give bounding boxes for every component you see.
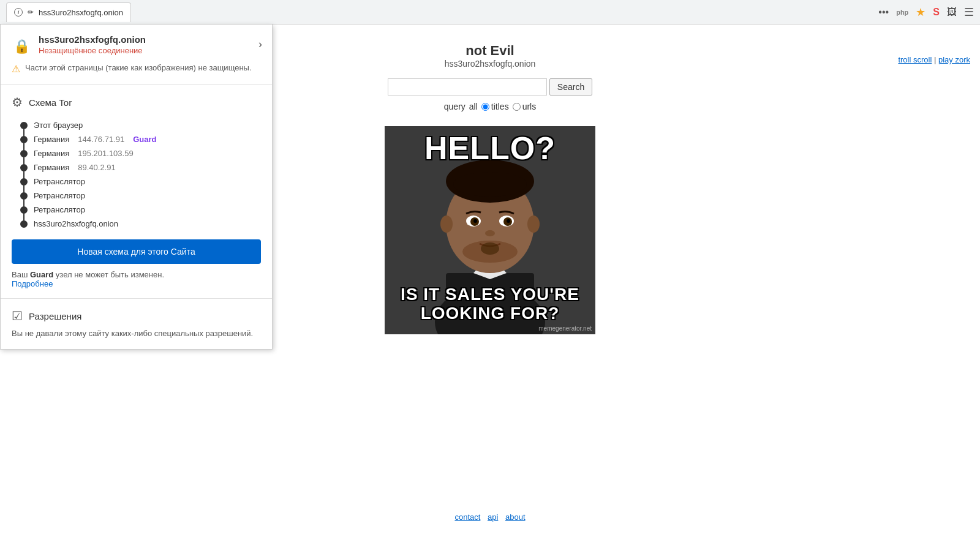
search-input[interactable] (388, 78, 547, 96)
about-link[interactable]: about (505, 512, 526, 522)
circuit-label-3: Германия (34, 163, 69, 172)
sync-icon[interactable]: S (933, 7, 940, 18)
urls-label: urls (522, 102, 537, 111)
circuit-ip-3: 89.40.2.91 (78, 163, 115, 172)
circuit-label-5: Ретранслятор (34, 191, 85, 200)
tor-section: ⚙ Схема Tor Этот браузер Германия 144.76… (1, 85, 272, 299)
svg-point-18 (527, 216, 540, 233)
site-url: hss3uro2hsxfogfq.onion (39, 34, 146, 45)
guard-note-suffix: узел не может быть изменен. (53, 270, 164, 279)
svg-point-13 (507, 219, 510, 223)
api-link[interactable]: api (488, 512, 498, 522)
titles-radio[interactable] (481, 103, 489, 111)
permissions-section: ☑ Разрешения Вы не давали этому сайту ка… (1, 299, 272, 349)
account-icon[interactable]: 🖼 (947, 7, 957, 18)
warning-icon: ⚠ (12, 63, 20, 75)
titles-label: titles (491, 102, 509, 111)
guard-note: Ваш Guard узел не может быть изменен. По… (12, 270, 261, 288)
site-info-header: 🔒 hss3uro2hsxfogfq.onion Незащищённое со… (12, 34, 261, 56)
circuit-item-3: Германия 89.40.2.91 (20, 160, 261, 174)
meme-watermark: memegenerator.net (538, 325, 592, 332)
circuit-dot-4 (20, 178, 28, 186)
circuit-item-4: Ретранслятор (20, 174, 261, 189)
circuit-item-2: Германия 195.201.103.59 (20, 146, 261, 160)
browser-chrome: i ✏ hss3uro2hsxfogfq.onion ••• php ★ S 🖼… (0, 0, 980, 24)
play-zork-link[interactable]: play zork (938, 55, 970, 64)
warning-text: Части этой страницы (такие как изображен… (25, 62, 252, 73)
permissions-icon: ☑ (12, 309, 23, 323)
tab-title: hss3uro2hsxfogfq.onion (39, 8, 123, 17)
tor-icon: ⚙ (12, 95, 23, 110)
permissions-desc: Вы не давали этому сайту каких-либо спец… (12, 328, 261, 339)
learn-more-link[interactable]: Подробнее (12, 279, 53, 288)
tor-title: Схема Tor (29, 97, 72, 108)
circuit-guard-1: Guard (133, 135, 156, 144)
more-options-btn[interactable]: ••• (878, 7, 889, 18)
circuit-ip-2: 195.201.103.59 (78, 149, 133, 158)
circuit-list: Этот браузер Германия 144.76.71.91 Guard… (20, 118, 261, 231)
circuit-item-6: Ретранслятор (20, 203, 261, 217)
footer-links: contact api about (0, 512, 980, 522)
svg-point-12 (473, 219, 477, 223)
search-button[interactable]: Search (549, 78, 592, 96)
circuit-label-0: Этот браузер (34, 121, 83, 130)
perms-header: ☑ Разрешения (12, 309, 261, 323)
search-options: query all titles urls (444, 102, 536, 111)
circuit-label-2: Германия (34, 149, 69, 158)
contact-link[interactable]: contact (454, 512, 480, 522)
circuit-dot-6 (20, 206, 28, 214)
top-right-links: troll scroll | play zork (898, 55, 970, 64)
circuit-item-0: Этот браузер (20, 118, 261, 132)
urls-option[interactable]: urls (513, 102, 537, 111)
browser-tab[interactable]: i ✏ hss3uro2hsxfogfq.onion (6, 2, 131, 22)
circuit-dot-0 (20, 122, 28, 129)
circuit-item-5: Ретранслятор (20, 189, 261, 203)
all-label: all (469, 102, 478, 111)
separator: | (934, 55, 936, 64)
circuit-label-7: hss3uro2hsxfogfq.onion (34, 219, 118, 228)
menu-icon[interactable]: ☰ (964, 6, 974, 19)
new-circuit-button[interactable]: Новая схема для этого Сайта (12, 239, 261, 264)
svg-point-7 (453, 172, 527, 197)
circuit-ip-1: 144.76.71.91 (78, 135, 124, 144)
circuit-dot-3 (20, 164, 28, 171)
lock-icon: 🔒 (13, 39, 30, 54)
permissions-title: Разрешения (29, 311, 81, 321)
circuit-label-1: Германия (34, 135, 69, 144)
circuit-item-7: hss3uro2hsxfogfq.onion (20, 217, 261, 231)
svg-point-16 (481, 242, 499, 255)
meme-top-text: HELLO? (385, 132, 595, 164)
browser-toolbar-right: ••• php ★ S 🖼 ☰ (878, 6, 974, 19)
svg-point-14 (485, 230, 495, 236)
circuit-dot-2 (20, 150, 28, 157)
expand-arrow[interactable]: › (258, 38, 262, 51)
circuit-dot-7 (20, 220, 28, 228)
site-security-section: 🔒 hss3uro2hsxfogfq.onion Незащищённое со… (1, 24, 272, 85)
insecure-label: Незащищённое соединение (39, 46, 146, 55)
bookmark-star-icon[interactable]: ★ (916, 6, 925, 19)
site-title: not Evil (466, 43, 514, 59)
lock-icon-box: 🔒 (12, 37, 31, 56)
php-badge: php (896, 9, 908, 16)
circuit-label-6: Ретранслятор (34, 205, 85, 214)
tab-info-icon: i (14, 8, 23, 17)
tor-section-header: ⚙ Схема Tor (12, 95, 261, 110)
guard-note-prefix: Ваш (12, 270, 30, 279)
urls-radio[interactable] (513, 103, 521, 111)
site-subtitle: hss3uro2hsxfogfq.onion (445, 59, 536, 69)
site-info-text: hss3uro2hsxfogfq.onion Незащищённое соед… (39, 34, 146, 55)
guard-word: Guard (30, 270, 53, 279)
circuit-label-4: Ретранслятор (34, 177, 85, 186)
query-label: query (444, 102, 466, 111)
troll-scroll-link[interactable]: troll scroll (898, 55, 932, 64)
tab-pen-icon: ✏ (26, 8, 35, 17)
meme-bottom-text: IS IT SALES YOU'RE LOOKING FOR? (385, 285, 595, 323)
circuit-dot-1 (20, 136, 28, 143)
circuit-item-1: Германия 144.76.71.91 Guard (20, 132, 261, 146)
popup-panel: 🔒 hss3uro2hsxfogfq.onion Незащищённое со… (0, 24, 273, 350)
titles-option[interactable]: titles (481, 102, 509, 111)
search-form: Search (388, 78, 592, 96)
circuit-dot-5 (20, 192, 28, 200)
warning-row: ⚠ Части этой страницы (такие как изображ… (12, 62, 261, 75)
svg-point-17 (440, 216, 453, 233)
